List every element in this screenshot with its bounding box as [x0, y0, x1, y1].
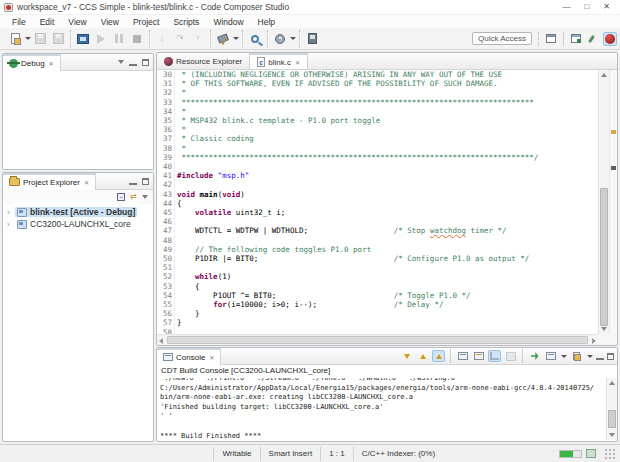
debug-tab[interactable]: Debug ✕ [3, 54, 61, 71]
code-line[interactable]: } [177, 318, 538, 327]
save-button[interactable] [32, 31, 48, 47]
code-line[interactable]: * (INCLUDING NEGLIGENCE OR OTHERWISE) AR… [177, 70, 538, 79]
code-line[interactable]: volatile uint32_t i; [177, 208, 538, 217]
ruler-dark-mark[interactable] [611, 166, 616, 170]
code-line[interactable]: { [177, 282, 538, 291]
menu-item-window[interactable]: Window [206, 17, 250, 27]
code-line[interactable]: for(i=10000; i>0; i--); /* Delay */ [177, 300, 538, 309]
display-console-button[interactable] [544, 350, 557, 362]
code-line[interactable]: * [177, 88, 538, 97]
target-config-button[interactable] [304, 31, 320, 47]
code-line[interactable]: { [177, 199, 538, 208]
word-wrap-toggle[interactable] [488, 350, 501, 362]
minimize-button[interactable]: — [562, 2, 570, 12]
console-scroll-up-icon[interactable] [609, 381, 615, 385]
collapse-all-icon[interactable]: − [117, 193, 125, 201]
console-tab[interactable]: Console ✕ [157, 348, 221, 365]
menu-item-file[interactable]: File [5, 17, 33, 27]
code-line[interactable]: * MSP432 blink.c template - P1.0 port to… [177, 116, 538, 125]
terminate-button[interactable] [129, 31, 145, 47]
step-return-button[interactable]: ↑ [190, 31, 206, 47]
code-line[interactable]: while(1) [177, 272, 538, 281]
ruler-warning-mark[interactable] [611, 130, 616, 134]
code-line[interactable]: * [177, 125, 538, 134]
new-dropdown-icon[interactable] [25, 37, 31, 40]
expand-arrow-icon[interactable]: › [7, 220, 15, 229]
tree-item[interactable]: ›blink-test [Active - Debug] [3, 206, 153, 218]
console-output[interactable]: ./new.o ./Print.o ./Stream.o ./Tone.o ./… [157, 378, 606, 440]
code-line[interactable] [177, 217, 538, 226]
code-line[interactable]: void main(void) [177, 190, 538, 199]
ccs-simple-perspective-button[interactable] [586, 32, 600, 46]
scroll-right-icon[interactable] [592, 338, 596, 344]
resume-button[interactable] [93, 31, 109, 47]
code-line[interactable]: * OF THIS SOFTWARE, EVEN IF ADVISED OF T… [177, 79, 538, 88]
debug-tab-close-icon[interactable]: ✕ [49, 60, 54, 67]
code-line[interactable]: ****************************************… [177, 153, 538, 162]
editor-scrollbar-thumb[interactable] [600, 188, 608, 326]
project-explorer-tab[interactable]: Project Explorer ✕ [3, 173, 96, 190]
pin-console-button[interactable] [528, 350, 541, 362]
project-explorer-tab-close-icon[interactable]: ✕ [84, 179, 89, 186]
open-perspective-button[interactable] [544, 32, 558, 46]
code-line[interactable]: P1OUT ^= BIT0; /* Toggle P1.0 */ [177, 291, 538, 300]
code-line[interactable] [177, 180, 538, 189]
code-line[interactable]: * [177, 107, 538, 116]
show-console-stderr-button[interactable] [472, 350, 485, 362]
open-console-dropdown-icon[interactable] [587, 355, 593, 358]
menu-item-project[interactable]: Project [126, 17, 166, 27]
save-all-button[interactable] [50, 31, 66, 47]
editor-hscrollbar-thumb[interactable] [167, 336, 588, 344]
code-line[interactable]: * Classic coding [177, 134, 538, 143]
clear-console-button[interactable] [504, 350, 517, 362]
project-explorer-maximize-icon[interactable] [142, 178, 149, 185]
show-console-stdout-button[interactable] [456, 350, 469, 362]
console-minimize-icon[interactable] [596, 353, 604, 360]
editor-horizontal-scrollbar[interactable] [157, 334, 598, 345]
menu-item-scripts[interactable]: Scripts [166, 17, 206, 27]
project-explorer-minimize-icon[interactable] [129, 178, 137, 185]
code-line[interactable]: } [177, 309, 538, 318]
console-tab-close-icon[interactable]: ✕ [209, 354, 214, 361]
code-line[interactable]: ****************************************… [177, 98, 538, 107]
code-line[interactable]: WDTCTL = WDTPW | WDTHOLD; /* Stop watchd… [177, 226, 538, 235]
editor-vertical-scrollbar[interactable] [598, 70, 609, 334]
menu-item-help[interactable]: Help [251, 17, 282, 27]
close-button[interactable]: ✕ [603, 2, 610, 12]
scroll-left-icon[interactable] [159, 338, 163, 344]
quick-access-button[interactable]: Quick Access [472, 32, 532, 45]
project-explorer-view-menu-icon[interactable] [142, 195, 148, 199]
blink-c-tab-close-icon[interactable]: ✕ [295, 59, 300, 66]
console-maximize-icon[interactable] [607, 353, 614, 360]
search-button[interactable] [247, 31, 263, 47]
console-scrollbar-thumb[interactable] [608, 410, 616, 428]
build-button[interactable] [215, 31, 231, 47]
code-line[interactable] [177, 162, 538, 171]
debug-view-menu-icon[interactable] [118, 60, 124, 64]
tab-blink-c[interactable]: c blink.c ✕ [250, 53, 308, 69]
next-error-button[interactable] [400, 350, 413, 362]
tree-item[interactable]: ›CC3200-LAUNCHXL_core [3, 218, 153, 230]
tab-resource-explorer[interactable]: Resource Explorer [157, 53, 250, 69]
maximize-button[interactable]: □ [584, 2, 589, 12]
menu-item-edit[interactable]: Edit [33, 17, 62, 27]
suspend-button[interactable] [111, 31, 127, 47]
scroll-up-icon[interactable] [601, 73, 607, 77]
debug-button[interactable] [75, 31, 91, 47]
show-error-toggle[interactable] [432, 350, 445, 362]
code-line[interactable]: * [177, 144, 538, 153]
open-console-button[interactable] [570, 350, 583, 362]
menu-item-view-2[interactable]: View [94, 17, 126, 27]
debug-maximize-icon[interactable] [142, 59, 149, 66]
build-dropdown-icon[interactable] [233, 37, 239, 40]
code-line[interactable]: #include "msp.h" [177, 171, 538, 180]
link-with-editor-icon[interactable]: ⇄ [130, 193, 137, 201]
previous-error-button[interactable] [416, 350, 429, 362]
code-line[interactable] [177, 263, 538, 272]
new-button[interactable] [7, 31, 23, 47]
console-scrollbar[interactable] [606, 378, 617, 440]
flash-button[interactable] [272, 31, 288, 47]
code-area[interactable]: * (INCLUDING NEGLIGENCE OR OTHERWISE) AR… [175, 70, 538, 334]
menu-item-view[interactable]: View [61, 17, 93, 27]
scroll-down-icon[interactable] [601, 327, 607, 331]
